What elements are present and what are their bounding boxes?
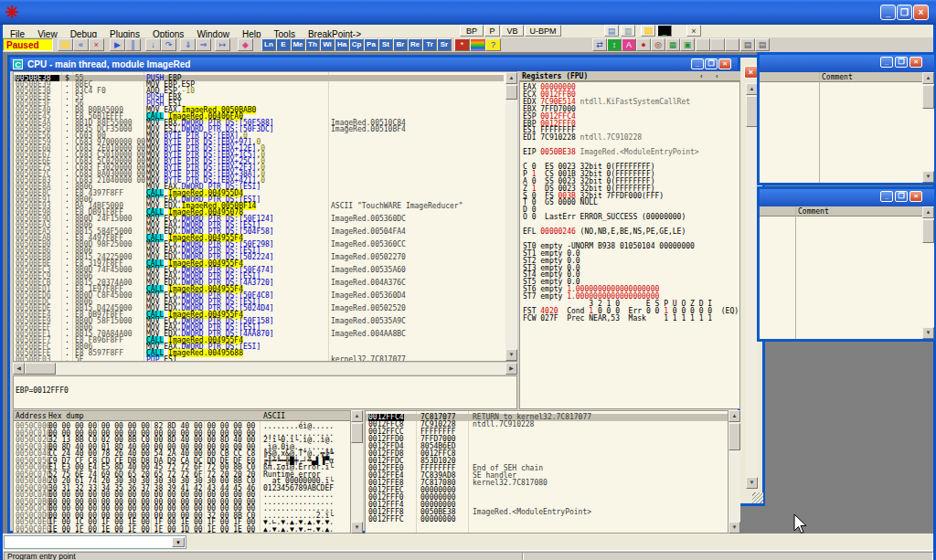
close-toolbar-icon[interactable]: × [686, 25, 701, 37]
plugin-button-u-bpm[interactable]: U-BPM [525, 25, 561, 37]
swirl-icon[interactable]: ◎ [651, 38, 665, 51]
command-combobox[interactable]: ▼ [4, 535, 186, 549]
pause-icon[interactable]: ║ [125, 38, 141, 51]
combobox-dropdown-button[interactable]: ▼ [172, 537, 185, 547]
dump-row[interactable]: 0050C1001F 00 1F 00 1F 00 1F 00 1F 00 1F… [14, 533, 350, 534]
scroll-down-button[interactable]: ▼ [922, 327, 934, 339]
execute-till-return-icon[interactable]: ↦ [215, 38, 230, 51]
registers-pane[interactable]: EAX 00000000ECX 0012FFB0EDX 7C90E514 ntd… [519, 81, 740, 409]
disasm-scroll-left[interactable]: ◀ [13, 363, 25, 375]
appearance-colors-icon[interactable] [470, 38, 485, 51]
scroll-down-button[interactable]: ▼ [922, 171, 934, 183]
disasm-row[interactable]: 0050BF03.5EPOP ESIkernel32.7C817077 [14, 356, 516, 362]
scroll-up-button[interactable]: ▲ [922, 206, 934, 218]
references-button[interactable]: Re [408, 38, 422, 51]
trace-over-icon[interactable]: ⇒ [196, 38, 211, 51]
title-bar[interactable]: _ ❐ × [0, 0, 936, 25]
scroll-down-button[interactable]: ▼ [746, 477, 758, 489]
step-into-icon[interactable]: ↓ [145, 38, 161, 51]
notes-icon[interactable]: ▤ [755, 38, 770, 51]
handles-button[interactable]: Ha [335, 38, 349, 51]
scrollbar-thumb[interactable] [922, 85, 934, 109]
window-minimize-button[interactable]: _ [880, 191, 893, 202]
trace-into-icon[interactable]: ⇓ [180, 38, 196, 51]
open-folder-icon[interactable] [641, 25, 655, 37]
scrollbar-thumb[interactable] [922, 219, 934, 243]
disasm-row[interactable]: 0050BEFE.E8 8597F8FFCALL ImageRed.004956… [14, 350, 516, 356]
empty-button[interactable] [725, 38, 739, 51]
run-icon[interactable]: ▶ [110, 38, 125, 51]
ribbon-icon[interactable]: ◆ [238, 38, 253, 51]
maximize-button[interactable]: ❐ [897, 5, 912, 20]
window-close-button[interactable]: × [909, 191, 922, 202]
cpu-maximize-button[interactable]: ❐ [705, 58, 718, 69]
patches-button[interactable]: Pa [364, 38, 378, 51]
stack-row[interactable]: 0012FFFC00000000 [366, 516, 728, 523]
close-button[interactable]: × [913, 5, 929, 20]
scroll-up-button[interactable]: ▲ [922, 72, 934, 84]
stack-scroll-up[interactable]: ▲ [729, 410, 740, 422]
memory-button[interactable]: Me [291, 38, 305, 51]
windows-button[interactable]: Wi [320, 38, 335, 51]
executables-button[interactable]: E [276, 38, 291, 51]
registers-header[interactable]: Registers (FPU)‹‹ [519, 71, 740, 81]
close-program-icon[interactable]: × [89, 38, 104, 51]
dump-scroll-up[interactable]: ▲ [351, 410, 363, 422]
plugin-button-bp[interactable]: BP [460, 25, 484, 37]
stack-button[interactable]: St [378, 38, 393, 51]
threads-button[interactable]: Th [305, 38, 320, 51]
window-close-button[interactable]: × [744, 66, 758, 79]
disasm-scroll-up[interactable]: ▲ [505, 72, 517, 84]
trace-button[interactable]: Tr [422, 38, 437, 51]
plugin-button-vb[interactable]: VB [501, 25, 524, 37]
disassembly-pane[interactable]: 0050BE38$55PUSH EBP0050BE39.8BECMOV EBP,… [13, 71, 517, 362]
dump-pane[interactable]: AddressHex dumpASCII0050C00000 00 00 00 … [13, 410, 351, 534]
disasm-hscrollbar[interactable] [13, 363, 517, 375]
dump-scroll-thumb[interactable] [351, 423, 363, 443]
notepad-icon[interactable]: ▤ [604, 25, 619, 37]
disasm-scrollbar[interactable] [505, 72, 517, 361]
plugin-button-p[interactable]: P [484, 25, 500, 37]
minimize-button[interactable]: _ [880, 5, 896, 20]
cpu-minimize-button[interactable]: _ [691, 58, 704, 69]
options-gear-icon[interactable]: * [454, 38, 470, 51]
record-icon[interactable]: ● [636, 38, 651, 51]
window-maximize-button[interactable]: ❐ [895, 191, 908, 202]
stack-scroll-thumb[interactable] [729, 423, 740, 450]
stack-scroll-down[interactable]: ▼ [729, 522, 740, 534]
cpu-close-button[interactable]: × [718, 58, 731, 69]
assembler-icon[interactable]: A [622, 38, 636, 51]
empty-button[interactable] [696, 38, 710, 51]
window-title-bar[interactable]: _❐× [760, 55, 934, 72]
disasm-row[interactable]: 0050BE3B.83C4 F0ADD ESP,-10 [14, 88, 516, 94]
cpu-title-bar[interactable]: CCPU - main thread, module ImageRed_❐× [10, 58, 738, 71]
window-close-button[interactable]: × [909, 57, 922, 68]
console-icon[interactable]: _ [657, 25, 672, 37]
disasm-hscroll-thumb[interactable] [25, 363, 56, 375]
document-icon[interactable]: ▥ [621, 25, 635, 37]
disasm-scroll-down[interactable]: ▼ [505, 349, 517, 361]
step-over-icon[interactable]: ↷ [161, 38, 176, 51]
green-window-icon[interactable]: ▣ [680, 38, 695, 51]
disasm-row[interactable]: 0050BE3E.53PUSH EBX [14, 94, 516, 100]
window-title-bar[interactable]: _❐× [760, 189, 934, 206]
stack-pane[interactable]: 0012FFC47C817077RETURN to kernel32.7C817… [365, 410, 729, 534]
window-maximize-button[interactable]: ❐ [895, 57, 908, 68]
open-file-icon[interactable] [58, 38, 73, 51]
source-button[interactable]: Sr [437, 38, 452, 51]
command-input[interactable] [5, 537, 170, 547]
resize-grip[interactable] [752, 492, 763, 503]
disasm-scroll-right[interactable]: ▶ [505, 363, 517, 375]
breakpoints-button[interactable]: Br [393, 38, 408, 51]
restart-icon[interactable]: « [73, 38, 89, 51]
disasm-scroll-thumb[interactable] [505, 85, 517, 100]
sync-icon[interactable]: ↕ [607, 38, 622, 51]
notes-icon[interactable]: ▤ [740, 38, 755, 51]
swap-arrows-icon[interactable]: ⇄ [592, 38, 607, 51]
cpu-button[interactable]: Cp [349, 38, 364, 51]
dump-scroll-down[interactable]: ▼ [351, 522, 363, 534]
window-minimize-button[interactable]: _ [880, 57, 893, 68]
numbers-grid-icon[interactable]: ▦ [665, 38, 680, 51]
log-window-button[interactable]: Ln [261, 38, 276, 51]
help-icon[interactable]: ? [485, 38, 501, 51]
